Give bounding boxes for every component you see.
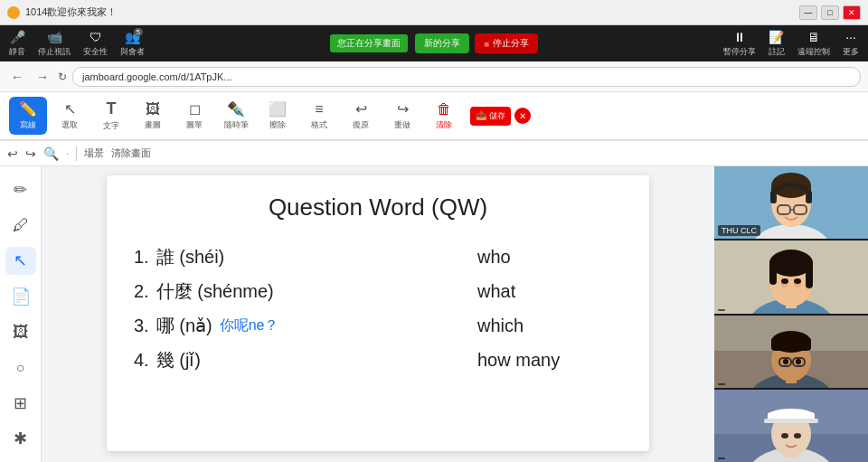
select-tool-btn[interactable]: ↖ 選取 (51, 97, 89, 135)
sidebar-table-tool[interactable]: ⊞ (5, 389, 36, 417)
svg-point-21 (794, 278, 801, 284)
sidebar-cursor-tool[interactable]: ↖ (5, 247, 36, 275)
text-tool-btn[interactable]: T 文字 (92, 97, 130, 135)
trash-tool-btn[interactable]: 🗑 清除 (425, 97, 463, 135)
safety-tool[interactable]: 🛡 安全性 (83, 30, 108, 58)
left-sidebar: ✏ 🖊 ↖ 📄 🖼 ○ ⊞ ✱ (0, 166, 42, 462)
wb-trans-4: how many (477, 343, 622, 377)
participant-avatar-2 (714, 240, 868, 313)
trash-label: 清除 (436, 119, 452, 131)
remote-icon: 🖥 (807, 30, 820, 44)
zoom-button[interactable]: 🔍 (43, 146, 59, 161)
app-title: 1014歡迎你來我家！ (25, 5, 117, 19)
restore-tool-btn[interactable]: ↩ 復原 (342, 97, 380, 135)
wb-list: 1. 誰 (shéi) 2. 什麼 (shénme) 3. 哪 (nǎ) 你呢n… (134, 240, 450, 377)
wb-row-3: 3. 哪 (nǎ) 你呢ne？ (134, 308, 450, 343)
save-icon: 📤 (476, 110, 486, 120)
restore-label: 復原 (353, 119, 369, 131)
sharing-notice-text: 您正在分享畫面 (337, 37, 401, 50)
save-button[interactable]: 📤 儲存 (470, 107, 511, 126)
svg-rect-28 (771, 337, 811, 351)
pen-tool-btn[interactable]: ✏️ 寫線 (9, 97, 47, 135)
share-buttons: 新的分享 ■ 停止分享 (415, 33, 538, 53)
sidebar-pen-tool[interactable]: ✏ (5, 175, 36, 203)
wb-num-1: 1. (134, 240, 149, 274)
pause-icon: ⏸ (733, 30, 746, 44)
zoom-tools-left: 🎤 靜音 📹 停止視訊 🛡 安全性 👥 5 與會者 (9, 30, 145, 58)
url-input[interactable] (72, 67, 861, 87)
wb-chinese-4: 幾 (jǐ) (156, 343, 201, 377)
mute-label: 靜音 (9, 46, 25, 58)
shape-tool-btn[interactable]: ◻ 圖單 (175, 97, 213, 135)
svg-rect-7 (807, 191, 812, 203)
participant-count-badge: 5 (134, 28, 143, 36)
sidebar-cursor-icon: ↖ (14, 250, 27, 270)
redo-icon: ↪ (397, 100, 409, 118)
more-label: 更多 (843, 46, 859, 58)
close-button[interactable]: ✕ (843, 5, 861, 20)
image-icon: 🖼 (146, 101, 160, 118)
trash-icon: 🗑 (437, 101, 451, 118)
forward-button[interactable]: → (33, 68, 52, 86)
image-label: 畫圖 (145, 119, 161, 131)
sidebar-marker-tool[interactable]: 🖊 (5, 211, 36, 239)
remote-label: 遠端控制 (797, 46, 830, 58)
stop-share-button[interactable]: ■ 停止分享 (475, 33, 538, 53)
remote-ctrl-tool[interactable]: 🖥 遠端控制 (797, 30, 830, 58)
pen-label: 寫線 (20, 119, 36, 131)
wb-row-2: 2. 什麼 (shénme) (134, 274, 450, 308)
sidebar-image-tool[interactable]: 🖼 (5, 318, 36, 346)
wb-row-4: 4. 幾 (jǐ) (134, 343, 450, 377)
participant-video-1: THU CLC (714, 166, 868, 239)
svg-point-20 (781, 278, 788, 284)
participants-tool[interactable]: 👥 5 與會者 (120, 30, 145, 58)
sidebar-laser-tool[interactable]: ✱ (5, 425, 36, 453)
format-label: 格式 (311, 119, 327, 131)
annotate-icon: 📝 (769, 30, 784, 44)
undo-button[interactable]: ↩ (7, 146, 18, 161)
divider (76, 146, 77, 161)
sidebar-circle-tool[interactable]: ○ (5, 354, 36, 382)
pause-share-tool[interactable]: ⏸ 暫停分享 (723, 30, 756, 58)
whiteboard-content: 1. 誰 (shéi) 2. 什麼 (shénme) 3. 哪 (nǎ) 你呢n… (134, 240, 622, 377)
wb-trans-2: what (477, 274, 622, 308)
title-bar: 1014歡迎你來我家！ — □ ✕ (0, 0, 868, 25)
reload-button[interactable]: ↻ (58, 71, 67, 83)
svg-rect-16 (769, 259, 777, 285)
annotate-tool[interactable]: 📝 註記 (769, 30, 785, 58)
wb-num-4: 4. (134, 343, 149, 377)
sidebar-sticky-tool[interactable]: 📄 (5, 282, 36, 310)
participant-avatar-3 (714, 316, 868, 388)
image-tool-btn[interactable]: 🖼 畫圖 (134, 97, 172, 135)
stop-video-tool[interactable]: 📹 停止視訊 (38, 30, 71, 58)
back-button[interactable]: ← (7, 68, 27, 86)
svg-point-33 (796, 359, 801, 364)
sidebar-laser-icon: ✱ (14, 429, 27, 448)
wb-trans-3: which (477, 308, 622, 343)
zoom-toolbar: 🎤 靜音 📹 停止視訊 🛡 安全性 👥 5 與會者 您正在分享畫面 新的分享 ■… (0, 25, 868, 61)
pen-icon: ✏️ (19, 100, 37, 118)
wb-num-2: 2. (134, 274, 149, 308)
pencil-tool-btn[interactable]: ✒️ 隨時筆 (217, 97, 255, 135)
maximize-button[interactable]: □ (821, 5, 839, 20)
clear-label[interactable]: 清除畫面 (111, 146, 151, 160)
new-share-button[interactable]: 新的分享 (415, 33, 469, 53)
restore-icon: ↩ (355, 100, 367, 118)
eraser-tool-btn[interactable]: ⬜ 擦除 (259, 97, 297, 135)
window-controls[interactable]: — □ ✕ (799, 5, 861, 20)
main-area: ✏ 🖊 ↖ 📄 🖼 ○ ⊞ ✱ Question Word (QW) (0, 166, 868, 462)
format-tool-btn[interactable]: ≡ 格式 (300, 97, 338, 135)
format-icon: ≡ (315, 101, 323, 118)
sharing-controls: 您正在分享畫面 新的分享 ■ 停止分享 (330, 33, 538, 53)
close-save-btn[interactable]: ✕ (514, 108, 531, 124)
mic-icon: 🎤 (10, 30, 25, 44)
redo-tool-btn[interactable]: ↪ 重做 (383, 97, 421, 135)
scene-label: 場景 (84, 146, 104, 160)
redo-button[interactable]: ↪ (25, 146, 36, 161)
camera-icon: 📹 (47, 30, 62, 44)
svg-rect-17 (806, 259, 813, 288)
draw-toolbar: ✏️ 寫線 ↖ 選取 T 文字 🖼 畫圖 ◻ 圖單 ✒️ 隨時筆 ⬜ 擦除 ≡ … (0, 92, 868, 141)
more-tool[interactable]: ··· 更多 (843, 30, 859, 58)
minimize-button[interactable]: — (799, 5, 817, 20)
mute-tool[interactable]: 🎤 靜音 (9, 30, 25, 58)
